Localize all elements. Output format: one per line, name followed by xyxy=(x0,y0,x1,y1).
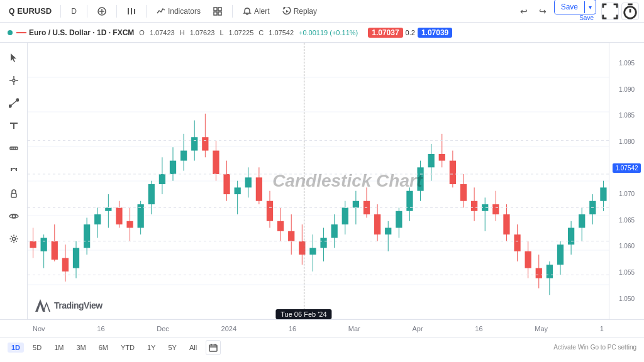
date-may: May xyxy=(535,325,548,332)
price-scale-1.050: 1.050 xyxy=(618,294,636,304)
price-badge-plain: 0.2 xyxy=(406,29,415,36)
save-dropdown[interactable]: ▾ xyxy=(584,1,596,13)
magnet-tool[interactable] xyxy=(4,161,24,181)
date-mar: Mar xyxy=(348,325,360,332)
fullscreen-button[interactable] xyxy=(601,3,619,20)
svg-rect-7 xyxy=(134,10,135,14)
search-icon: Q xyxy=(9,7,14,16)
undo-button[interactable]: ↩ xyxy=(515,3,533,20)
eye-tool[interactable] xyxy=(4,206,24,226)
date-dec: Dec xyxy=(157,325,169,332)
tf-1y[interactable]: 1Y xyxy=(143,343,159,353)
close-val: 1.07542 xyxy=(269,29,294,36)
tf-1d[interactable]: 1D xyxy=(8,343,24,353)
date-apr: Apr xyxy=(412,325,423,332)
date-1: 1 xyxy=(600,325,604,332)
timeframe-selector[interactable]: D xyxy=(66,4,82,18)
candlestick-chart[interactable] xyxy=(28,43,609,319)
save-sub-label: Save xyxy=(579,14,596,23)
alert-icon xyxy=(243,7,252,16)
date-16a: 16 xyxy=(97,325,104,332)
date-range-button[interactable] xyxy=(206,340,221,355)
layout-icon xyxy=(213,7,222,16)
open-label: O xyxy=(139,29,145,36)
svg-point-21 xyxy=(13,79,15,82)
ohlc-values: O1.07423 H1.07623 L1.07225 C1.07542 +0.0… xyxy=(139,29,358,36)
svg-point-24 xyxy=(16,99,19,101)
price-badges: 1.07037 0.2 1.07039 xyxy=(368,28,452,38)
text-tool[interactable] xyxy=(4,116,24,136)
replay-icon xyxy=(282,7,291,16)
date-nov: Nov xyxy=(33,325,45,332)
date-16b: 16 xyxy=(289,325,296,332)
indicators-label: Indicators xyxy=(168,7,201,16)
date-labels: Nov 16 Dec 2024 16 Mar Apr 16 May 1 xyxy=(28,325,609,332)
cursor-icon xyxy=(9,53,19,63)
bar-type-button[interactable] xyxy=(122,4,141,18)
svg-rect-4 xyxy=(128,8,129,9)
tf-6m[interactable]: 6M xyxy=(95,343,112,353)
price-badge-blue: 1.07039 xyxy=(418,28,452,38)
redo-button[interactable]: ↪ xyxy=(534,3,552,20)
settings-tool[interactable] xyxy=(4,229,24,249)
svg-rect-3 xyxy=(128,9,129,14)
layout-button[interactable] xyxy=(208,4,227,18)
chart-symbol-group: Euro / U.S. Dollar · 1D · FXCM xyxy=(8,28,134,37)
tf-ytd[interactable]: YTD xyxy=(117,343,138,353)
tf-3m[interactable]: 3M xyxy=(72,343,89,353)
svg-rect-36 xyxy=(209,345,217,351)
trendline-icon xyxy=(9,98,19,108)
tradingview-logo: TradingView xyxy=(35,299,103,312)
svg-rect-8 xyxy=(134,9,135,10)
lock-scale-tool[interactable] xyxy=(4,184,24,204)
alert-label: Alert xyxy=(254,7,270,16)
price-scale-1.055: 1.055 xyxy=(618,268,636,277)
symbol-selector[interactable]: Q EURUSD xyxy=(5,5,55,17)
cursor-tool[interactable] xyxy=(4,48,24,68)
replay-label: Replay xyxy=(294,7,317,16)
main-toolbar: Q EURUSD D Indicators xyxy=(0,0,644,23)
measure-icon xyxy=(9,143,19,153)
replay-button[interactable]: Replay xyxy=(277,4,322,18)
timer-button[interactable] xyxy=(621,3,639,20)
tf-5y[interactable]: 5Y xyxy=(164,343,180,353)
date-16c: 16 xyxy=(475,325,482,332)
price-scale-1.065: 1.065 xyxy=(618,216,636,225)
price-scale-1.075: 1.07542 xyxy=(613,163,640,173)
price-badge-red: 1.07037 xyxy=(368,28,402,38)
bar-type-icon xyxy=(127,7,136,16)
svg-rect-33 xyxy=(11,194,16,197)
divider2 xyxy=(87,5,87,18)
low-label: L xyxy=(219,29,223,36)
high-label: H xyxy=(180,29,185,36)
undo-redo-group: ↩ ↪ xyxy=(515,3,552,20)
timeframe-label: D xyxy=(71,7,77,16)
svg-marker-13 xyxy=(286,10,289,13)
symbol-dot xyxy=(8,30,13,35)
chart-area[interactable]: Candlestick Chart TradingView Tue 06 Feb… xyxy=(28,43,609,319)
indicators-button[interactable]: Indicators xyxy=(152,4,206,18)
activate-windows: Activate Win Go to PC setting xyxy=(553,343,636,351)
save-group: Save ▾ Save xyxy=(554,0,596,23)
divider5 xyxy=(232,5,233,18)
price-scale-labels: 1.095 1.090 1.085 1.080 1.07542 1.070 1.… xyxy=(609,48,644,314)
tf-1m[interactable]: 1M xyxy=(50,343,67,353)
calendar-icon xyxy=(209,343,218,352)
indicators-icon xyxy=(157,7,165,16)
alert-button[interactable]: Alert xyxy=(238,4,275,18)
measure-tool[interactable] xyxy=(4,138,24,158)
chart-legend: Euro / U.S. Dollar · 1D · FXCM O1.07423 … xyxy=(0,23,644,43)
tf-5d[interactable]: 5D xyxy=(29,343,45,353)
tf-all[interactable]: All xyxy=(186,343,201,353)
crosshair-tool[interactable] xyxy=(4,70,24,90)
date-tooltip: Tue 06 Feb '24 xyxy=(275,309,331,319)
trendline-tool[interactable] xyxy=(4,93,24,113)
divider1 xyxy=(60,5,61,18)
svg-point-34 xyxy=(12,215,15,218)
tv-logo-icon xyxy=(35,299,50,312)
save-button[interactable]: Save xyxy=(555,0,584,14)
magnet-icon xyxy=(9,166,19,176)
compare-button[interactable] xyxy=(92,4,111,18)
close-label: C xyxy=(258,29,264,36)
chart-symbol-name: Euro / U.S. Dollar · 1D · FXCM xyxy=(29,28,134,37)
